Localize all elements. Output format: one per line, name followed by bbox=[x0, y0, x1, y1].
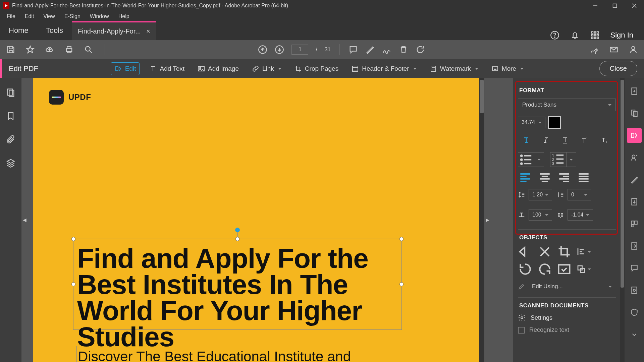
arrange-button[interactable] bbox=[576, 263, 591, 275]
tab-document[interactable]: Find-and-Apply-For... × bbox=[72, 21, 156, 40]
svg-rect-23 bbox=[492, 67, 498, 71]
maximize-button[interactable] bbox=[605, 0, 625, 11]
svg-point-13 bbox=[86, 47, 90, 51]
bell-icon[interactable] bbox=[570, 31, 580, 40]
comment-icon[interactable] bbox=[348, 45, 358, 54]
print-icon[interactable] bbox=[64, 45, 74, 54]
minimize-button[interactable] bbox=[586, 0, 605, 11]
align-justify-button[interactable] bbox=[576, 172, 591, 184]
add-text-button[interactable]: Add Text bbox=[146, 63, 188, 75]
help-icon[interactable] bbox=[550, 31, 559, 40]
menu-window[interactable]: Window bbox=[86, 12, 113, 21]
crop-pages-button[interactable]: Crop Pages bbox=[291, 63, 342, 75]
menu-view[interactable]: View bbox=[39, 12, 59, 21]
fill-sign-icon[interactable] bbox=[590, 45, 599, 54]
add-image-button[interactable]: Add Image bbox=[194, 63, 242, 75]
organize-pages-icon[interactable] bbox=[627, 217, 642, 231]
align-center-button[interactable] bbox=[537, 172, 552, 184]
menu-edit[interactable]: Edit bbox=[21, 12, 38, 21]
bullet-list-button[interactable] bbox=[518, 152, 544, 167]
headline-text[interactable]: Find and Apply For the Best Institutes I… bbox=[77, 245, 399, 350]
document-page[interactable]: UPDF Find and Apply For the Best Institu… bbox=[33, 78, 479, 362]
subscript-button[interactable]: 1 bbox=[596, 133, 612, 147]
edit-pdf-icon[interactable] bbox=[627, 128, 642, 143]
save-icon[interactable] bbox=[6, 45, 15, 54]
paragraph-spacing-dropdown[interactable]: 0 bbox=[568, 189, 591, 200]
scan-ocr-icon[interactable] bbox=[627, 283, 642, 298]
layers-icon[interactable] bbox=[6, 158, 15, 168]
more-tools-icon[interactable] bbox=[627, 327, 642, 342]
close-button[interactable]: Close bbox=[599, 61, 637, 76]
sign-icon[interactable] bbox=[382, 45, 391, 54]
star-icon[interactable] bbox=[25, 45, 35, 54]
email-icon[interactable] bbox=[609, 45, 619, 54]
combine-files-icon[interactable] bbox=[627, 106, 642, 121]
more-button[interactable]: More bbox=[488, 63, 527, 75]
sign-in-button[interactable]: Sign In bbox=[610, 31, 634, 40]
line-spacing-dropdown[interactable]: 1.20 bbox=[529, 189, 552, 200]
window-title: Find-and-Apply-For-the-Best-Institutes-I… bbox=[12, 3, 586, 9]
link-button[interactable]: Link bbox=[248, 63, 285, 75]
align-right-button[interactable] bbox=[557, 172, 572, 184]
italic-button[interactable] bbox=[538, 133, 553, 147]
menu-help[interactable]: Help bbox=[114, 12, 133, 21]
edit-button[interactable]: Edit bbox=[111, 62, 140, 75]
header-footer-button[interactable]: Header & Footer bbox=[348, 63, 420, 75]
create-pdf-icon[interactable] bbox=[627, 84, 642, 99]
highlight-icon[interactable] bbox=[365, 45, 375, 54]
page-number-input[interactable] bbox=[291, 45, 308, 55]
account-icon[interactable] bbox=[629, 45, 638, 54]
rotate-icon[interactable] bbox=[416, 45, 425, 54]
font-size-dropdown[interactable]: 34.74 bbox=[518, 117, 545, 128]
close-tab-icon[interactable]: × bbox=[146, 27, 150, 35]
font-family-dropdown[interactable]: Product Sans bbox=[518, 99, 616, 111]
replace-image-button[interactable] bbox=[557, 263, 572, 275]
rotate-ccw-button[interactable] bbox=[518, 263, 533, 275]
watermark-button[interactable]: Watermark bbox=[426, 63, 482, 75]
horizontal-scale-dropdown[interactable]: 100 bbox=[529, 209, 552, 221]
align-objects-button[interactable] bbox=[576, 246, 591, 258]
attachments-icon[interactable] bbox=[6, 135, 15, 144]
menu-file[interactable]: File bbox=[3, 12, 19, 21]
page-down-icon[interactable] bbox=[275, 45, 284, 54]
apps-icon[interactable] bbox=[590, 31, 600, 40]
rotate-cw-button[interactable] bbox=[537, 263, 552, 275]
menu-esign[interactable]: E-Sign bbox=[60, 12, 85, 21]
export-pdf-icon[interactable] bbox=[627, 194, 642, 209]
character-spacing-dropdown[interactable]: -1.04 bbox=[568, 209, 593, 221]
superscript-button[interactable]: 1 bbox=[577, 133, 592, 147]
flip-vertical-button[interactable] bbox=[537, 246, 552, 258]
share-cloud-icon[interactable] bbox=[45, 45, 54, 54]
search-icon[interactable] bbox=[84, 45, 93, 54]
protect-icon[interactable] bbox=[627, 305, 642, 320]
settings-link[interactable]: Settings bbox=[531, 314, 552, 321]
panel-scrollbar[interactable] bbox=[620, 78, 625, 362]
bookmark-icon[interactable] bbox=[6, 111, 15, 121]
collapse-left-icon[interactable]: ◀ bbox=[21, 78, 28, 362]
thumbnails-icon[interactable] bbox=[6, 88, 15, 97]
format-heading: FORMAT bbox=[519, 87, 614, 94]
page-up-icon[interactable] bbox=[258, 45, 267, 54]
subtitle-text[interactable]: Discover The Best Educational Institute … bbox=[78, 349, 393, 362]
font-color-swatch[interactable] bbox=[548, 116, 561, 129]
close-window-button[interactable] bbox=[625, 0, 644, 11]
tab-tools[interactable]: Tools bbox=[37, 21, 72, 40]
edit-using-dropdown[interactable]: Edit Using... bbox=[528, 281, 616, 293]
bold-button[interactable] bbox=[519, 133, 534, 147]
recognize-checkbox[interactable] bbox=[518, 327, 525, 334]
rotate-handle-icon[interactable] bbox=[235, 228, 240, 232]
request-signatures-icon[interactable] bbox=[627, 150, 642, 165]
fill-and-sign-icon[interactable] bbox=[627, 172, 642, 187]
numbered-list-button[interactable]: 123 bbox=[550, 152, 576, 167]
flip-horizontal-button[interactable] bbox=[518, 246, 533, 258]
page-scrollbar[interactable] bbox=[479, 78, 484, 362]
send-for-comments-icon[interactable] bbox=[627, 239, 642, 253]
align-left-button[interactable] bbox=[518, 172, 533, 184]
collapse-right-icon[interactable]: ▶ bbox=[484, 78, 490, 362]
trash-icon[interactable] bbox=[399, 45, 408, 54]
crop-object-button[interactable] bbox=[557, 246, 572, 258]
tab-home[interactable]: Home bbox=[0, 21, 37, 40]
comment-tool-icon[interactable] bbox=[627, 261, 642, 276]
svg-rect-21 bbox=[353, 66, 358, 71]
underline-button[interactable] bbox=[557, 133, 573, 147]
